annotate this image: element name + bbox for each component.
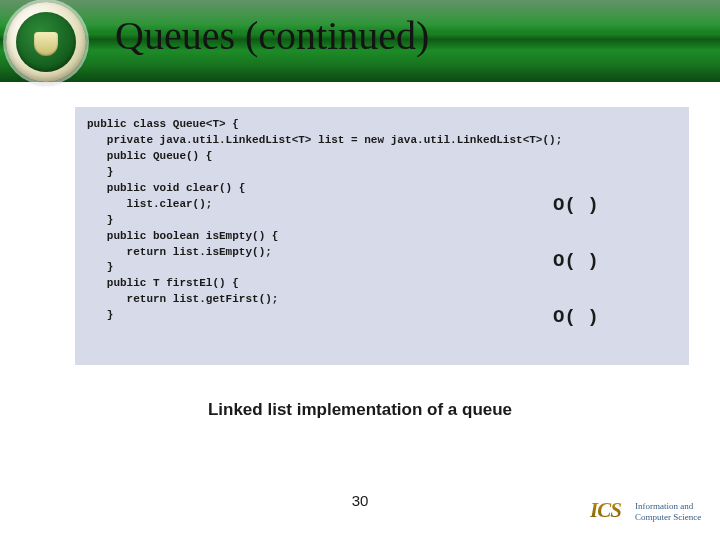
slide-title: Queues (continued) [115,12,429,59]
complexity-firstEl: O( ) [553,306,599,328]
footer-line2: Computer Science [635,512,701,522]
seal-inner-icon [34,32,58,56]
footer-logo-short: ICS [590,498,621,523]
complexity-isEmpty: O( ) [553,250,599,272]
code-caption: Linked list implementation of a queue [0,400,720,420]
title-bar: Queues (continued) [0,0,720,82]
complexity-clear: O( ) [553,194,599,216]
footer-logo: ICS Information and Computer Science [590,498,710,532]
university-seal-icon [6,2,86,82]
footer-line1: Information and [635,501,693,511]
